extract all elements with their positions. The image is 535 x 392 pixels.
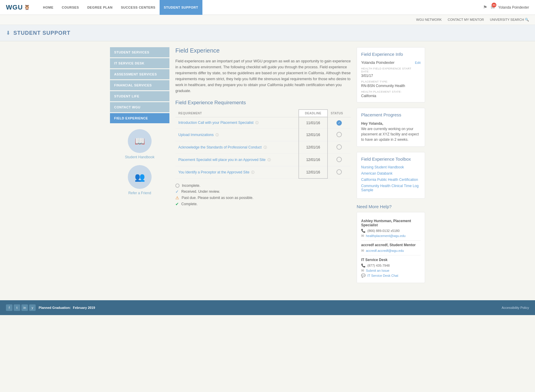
youtube-icon[interactable]: y xyxy=(29,304,36,311)
requirements-title: Field Experience Requirements xyxy=(175,100,351,106)
sidebar-promo-refer: 👥 Refer a Friend xyxy=(110,165,169,195)
it-chat-icon: 💬 xyxy=(361,274,366,278)
legend-incomplete: Incomplete. xyxy=(175,184,351,188)
info-icon-1[interactable]: ⓘ xyxy=(215,133,219,137)
legend-incomplete-label: Incomplete. xyxy=(182,184,200,188)
deadline-0: 11/01/16 xyxy=(299,117,328,129)
legend-received: ✓ Received. Under review. xyxy=(175,189,351,194)
it-chat: 💬 IT Service Desk Chat xyxy=(361,274,421,278)
info-icon-3[interactable]: ⓘ xyxy=(268,158,271,162)
table-row: You Identify a Preceptor at the Approved… xyxy=(175,166,351,178)
status-4 xyxy=(328,166,351,178)
progress-greeting: Hey Yolanda, xyxy=(361,121,383,126)
table-row: Introduction Call with your Placement Sp… xyxy=(175,117,351,129)
it-submit: ✉ Submit an Issue xyxy=(361,268,421,273)
toolbox-link-0[interactable]: Nursing Student Handbook xyxy=(361,165,421,169)
sidebar-item-field-experience[interactable]: FIELD EXPERIENCE xyxy=(110,113,169,123)
toolbox-title: Field Experience Toolbox xyxy=(361,157,421,162)
it-chat-link[interactable]: IT Service Desk Chat xyxy=(367,274,398,277)
twitter-icon[interactable]: t xyxy=(14,304,20,311)
it-submit-icon: ✉ xyxy=(361,268,364,273)
legend-complete: ✔ Complete. xyxy=(175,202,351,206)
sidebar-item-contact-wgu[interactable]: CONTACT WGU xyxy=(110,102,169,112)
status-circle-icon xyxy=(336,169,342,175)
handbook-link[interactable]: Student Handbook xyxy=(125,155,154,159)
logo[interactable]: WGU 🦉 xyxy=(6,4,30,11)
sidebar-item-assessment-services[interactable]: ASSESSMENT SERVICES xyxy=(110,69,169,79)
req-link-4[interactable]: You Identify a Preceptor at the Approved… xyxy=(178,170,249,174)
refer-link[interactable]: Refer a Friend xyxy=(128,191,151,195)
nav-home[interactable]: HOME xyxy=(39,0,58,15)
status-3 xyxy=(328,154,351,166)
help-email-0: ✉ healthplacement@wgu.edu xyxy=(361,234,421,238)
help-email-link-1[interactable]: accredf.accredf@wgu.edu xyxy=(366,249,404,252)
toolbox-link-3[interactable]: Community Health Clinical Time Log Sampl… xyxy=(361,184,421,192)
nav-degree-plan[interactable]: DEGREE PLAN xyxy=(83,0,117,15)
toolbox-link-1[interactable]: American Databank xyxy=(361,171,421,176)
col-requirement: REQUIREMENT xyxy=(175,110,299,117)
refer-image: 👥 xyxy=(128,165,152,189)
placement-progress-card: Placement Progress Hey Yolanda, We are c… xyxy=(357,108,425,147)
divider-1 xyxy=(361,255,421,255)
facebook-icon[interactable]: f xyxy=(6,304,12,311)
req-link-1[interactable]: Upload Immunizations xyxy=(178,133,214,137)
toolbox-link-2[interactable]: California Public Health Certification xyxy=(361,178,421,182)
mail-icon-btn[interactable]: ✉ 89 xyxy=(491,4,495,10)
page-header: ⬇ STUDENT SUPPORT xyxy=(0,25,535,41)
col-deadline: DEADLINE xyxy=(299,110,328,117)
flag-icon-btn[interactable]: ⚑ xyxy=(483,4,487,10)
start-date-value: 3/01/17 xyxy=(361,74,421,78)
footer-grad-label: Planned Graduation: February 2019 xyxy=(39,306,95,309)
table-row: Upload Immunizations ⓘ 12/01/16 xyxy=(175,129,351,141)
help-person-0: Ashley Huntsman, Placement Specialist xyxy=(361,219,421,227)
sidebar-item-it-service-desk[interactable]: IT SERVICE DESK xyxy=(110,58,169,68)
legend-complete-label: Complete. xyxy=(181,202,198,206)
sidebar-item-student-services[interactable]: STUDENT SERVICES xyxy=(110,47,169,57)
page-header-icon: ⬇ xyxy=(6,30,10,36)
nav-links: HOME COURSES DEGREE PLAN SUCCESS CENTERS… xyxy=(39,0,483,15)
help-title: Need More Help? xyxy=(357,204,425,209)
nav-courses[interactable]: COURSES xyxy=(58,0,83,15)
sidebar-item-financial-services[interactable]: FINANCIAL SERVICES xyxy=(110,80,169,90)
it-phone-value: (877) 435-7948 xyxy=(367,264,390,267)
info-icon-2[interactable]: ⓘ xyxy=(264,146,267,149)
it-phone-icon: 📞 xyxy=(361,263,366,268)
legend-complete-icon: ✔ xyxy=(175,202,179,206)
requirements-table: REQUIREMENT DEADLINE STATUS Introduction… xyxy=(175,109,351,179)
req-link-0[interactable]: Introduction Call with your Placement Sp… xyxy=(178,121,254,125)
deadline-1: 12/01/16 xyxy=(299,129,328,141)
accessibility-policy-link[interactable]: Accessibility Policy xyxy=(502,306,529,309)
deadline-4: 12/01/16 xyxy=(299,166,328,178)
mail-badge: 89 xyxy=(492,3,496,7)
field-experience-info-card: Field Experience Info Yolanda Poindexter… xyxy=(357,47,425,102)
help-card: Ashley Huntsman, Placement Specialist 📞 … xyxy=(357,212,425,283)
it-submit-link[interactable]: Submit an Issue xyxy=(366,269,389,272)
sidebar-item-student-life[interactable]: STUDENT LIFE xyxy=(110,91,169,101)
user-info-name: Yolanda Poindexter xyxy=(361,60,394,65)
sidebar: STUDENT SERVICES IT SERVICE DESK ASSESSM… xyxy=(110,47,169,288)
deadline-2: 12/01/16 xyxy=(299,141,328,154)
info-icon-4[interactable]: ⓘ xyxy=(251,170,254,174)
nav-wgu-network[interactable]: WGU NETWORK xyxy=(416,15,442,25)
nav-success-centers[interactable]: SUCCESS CENTERS xyxy=(117,0,160,15)
req-link-3[interactable]: Placement Specialist will place you in a… xyxy=(178,158,266,162)
it-desk-label: IT Service Desk xyxy=(361,258,421,262)
req-link-2[interactable]: Acknowledge the Standards of Professiona… xyxy=(178,145,262,149)
nav-right: ⚑ ✉ 89 Yolanda Poindexter xyxy=(483,4,529,10)
deadline-3: 12/01/16 xyxy=(299,154,328,166)
nav-student-support[interactable]: STUDENT SUPPORT xyxy=(160,0,202,15)
handbook-image: 📖 xyxy=(128,129,152,153)
legend-pastdue: ⚠ Past due. Please submit as soon as pos… xyxy=(175,195,351,200)
status-1 xyxy=(328,129,351,141)
info-icon-0[interactable]: ⓘ xyxy=(255,121,259,124)
linkedin-icon[interactable]: in xyxy=(21,304,28,311)
edit-link[interactable]: Edit xyxy=(415,61,421,64)
placement-state-value: California xyxy=(361,94,421,98)
nav-university-search[interactable]: UNIVERSITY SEARCH 🔍 xyxy=(490,15,529,25)
user-info-row: Yolanda Poindexter Edit xyxy=(361,60,421,65)
logo-icon: 🦉 xyxy=(24,4,30,10)
nav-contact-mentor[interactable]: CONTACT MY MENTOR xyxy=(448,15,484,25)
placement-type-value: RN-BSN Community Health xyxy=(361,84,421,88)
user-name[interactable]: Yolanda Poindexter xyxy=(498,5,529,10)
help-email-link-0[interactable]: healthplacement@wgu.edu xyxy=(366,234,405,238)
